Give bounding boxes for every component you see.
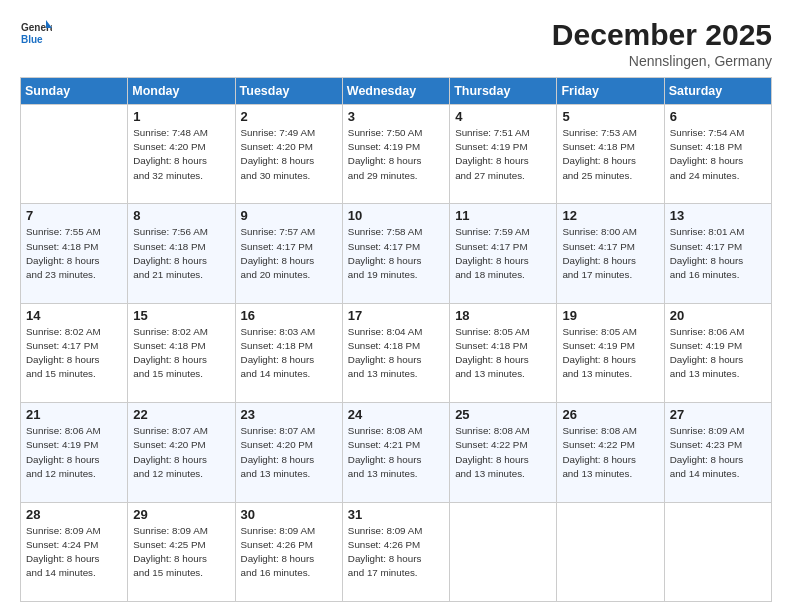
calendar-cell: 17Sunrise: 8:04 AMSunset: 4:18 PMDayligh…	[342, 303, 449, 402]
calendar-cell	[450, 502, 557, 601]
day-number: 11	[455, 208, 551, 223]
page: General Blue December 2025 Nennslingen, …	[0, 0, 792, 612]
day-number: 30	[241, 507, 337, 522]
day-info: Sunrise: 7:56 AMSunset: 4:18 PMDaylight:…	[133, 225, 229, 282]
col-header-tuesday: Tuesday	[235, 78, 342, 105]
day-number: 10	[348, 208, 444, 223]
week-row-2: 14Sunrise: 8:02 AMSunset: 4:17 PMDayligh…	[21, 303, 772, 402]
day-info: Sunrise: 8:09 AMSunset: 4:26 PMDaylight:…	[241, 524, 337, 581]
day-info: Sunrise: 8:07 AMSunset: 4:20 PMDaylight:…	[241, 424, 337, 481]
day-info: Sunrise: 8:06 AMSunset: 4:19 PMDaylight:…	[670, 325, 766, 382]
day-info: Sunrise: 7:50 AMSunset: 4:19 PMDaylight:…	[348, 126, 444, 183]
day-number: 5	[562, 109, 658, 124]
week-row-3: 21Sunrise: 8:06 AMSunset: 4:19 PMDayligh…	[21, 403, 772, 502]
day-number: 22	[133, 407, 229, 422]
day-info: Sunrise: 8:03 AMSunset: 4:18 PMDaylight:…	[241, 325, 337, 382]
calendar-cell: 12Sunrise: 8:00 AMSunset: 4:17 PMDayligh…	[557, 204, 664, 303]
calendar-cell: 3Sunrise: 7:50 AMSunset: 4:19 PMDaylight…	[342, 105, 449, 204]
calendar-cell: 13Sunrise: 8:01 AMSunset: 4:17 PMDayligh…	[664, 204, 771, 303]
calendar-cell: 9Sunrise: 7:57 AMSunset: 4:17 PMDaylight…	[235, 204, 342, 303]
day-number: 18	[455, 308, 551, 323]
day-number: 20	[670, 308, 766, 323]
calendar-cell: 15Sunrise: 8:02 AMSunset: 4:18 PMDayligh…	[128, 303, 235, 402]
calendar-cell: 31Sunrise: 8:09 AMSunset: 4:26 PMDayligh…	[342, 502, 449, 601]
day-number: 23	[241, 407, 337, 422]
month-title: December 2025	[552, 18, 772, 51]
day-info: Sunrise: 8:09 AMSunset: 4:26 PMDaylight:…	[348, 524, 444, 581]
calendar-cell: 19Sunrise: 8:05 AMSunset: 4:19 PMDayligh…	[557, 303, 664, 402]
day-number: 4	[455, 109, 551, 124]
calendar-cell: 28Sunrise: 8:09 AMSunset: 4:24 PMDayligh…	[21, 502, 128, 601]
day-number: 19	[562, 308, 658, 323]
day-number: 14	[26, 308, 122, 323]
location: Nennslingen, Germany	[552, 53, 772, 69]
col-header-saturday: Saturday	[664, 78, 771, 105]
day-info: Sunrise: 8:09 AMSunset: 4:23 PMDaylight:…	[670, 424, 766, 481]
day-number: 8	[133, 208, 229, 223]
day-number: 17	[348, 308, 444, 323]
calendar-cell: 22Sunrise: 8:07 AMSunset: 4:20 PMDayligh…	[128, 403, 235, 502]
calendar-cell: 30Sunrise: 8:09 AMSunset: 4:26 PMDayligh…	[235, 502, 342, 601]
day-number: 9	[241, 208, 337, 223]
calendar-cell: 5Sunrise: 7:53 AMSunset: 4:18 PMDaylight…	[557, 105, 664, 204]
day-number: 6	[670, 109, 766, 124]
col-header-friday: Friday	[557, 78, 664, 105]
calendar-cell: 27Sunrise: 8:09 AMSunset: 4:23 PMDayligh…	[664, 403, 771, 502]
day-number: 3	[348, 109, 444, 124]
calendar-cell: 16Sunrise: 8:03 AMSunset: 4:18 PMDayligh…	[235, 303, 342, 402]
calendar-cell: 1Sunrise: 7:48 AMSunset: 4:20 PMDaylight…	[128, 105, 235, 204]
calendar-cell: 21Sunrise: 8:06 AMSunset: 4:19 PMDayligh…	[21, 403, 128, 502]
day-number: 26	[562, 407, 658, 422]
calendar-cell: 24Sunrise: 8:08 AMSunset: 4:21 PMDayligh…	[342, 403, 449, 502]
day-info: Sunrise: 7:49 AMSunset: 4:20 PMDaylight:…	[241, 126, 337, 183]
calendar-cell: 2Sunrise: 7:49 AMSunset: 4:20 PMDaylight…	[235, 105, 342, 204]
day-number: 25	[455, 407, 551, 422]
day-info: Sunrise: 8:05 AMSunset: 4:18 PMDaylight:…	[455, 325, 551, 382]
day-info: Sunrise: 7:55 AMSunset: 4:18 PMDaylight:…	[26, 225, 122, 282]
day-number: 21	[26, 407, 122, 422]
day-info: Sunrise: 8:06 AMSunset: 4:19 PMDaylight:…	[26, 424, 122, 481]
calendar-cell	[21, 105, 128, 204]
calendar-cell: 26Sunrise: 8:08 AMSunset: 4:22 PMDayligh…	[557, 403, 664, 502]
calendar-cell: 11Sunrise: 7:59 AMSunset: 4:17 PMDayligh…	[450, 204, 557, 303]
col-header-thursday: Thursday	[450, 78, 557, 105]
day-number: 31	[348, 507, 444, 522]
calendar: SundayMondayTuesdayWednesdayThursdayFrid…	[20, 77, 772, 602]
day-info: Sunrise: 8:05 AMSunset: 4:19 PMDaylight:…	[562, 325, 658, 382]
week-row-0: 1Sunrise: 7:48 AMSunset: 4:20 PMDaylight…	[21, 105, 772, 204]
day-info: Sunrise: 8:09 AMSunset: 4:24 PMDaylight:…	[26, 524, 122, 581]
calendar-cell: 29Sunrise: 8:09 AMSunset: 4:25 PMDayligh…	[128, 502, 235, 601]
day-info: Sunrise: 8:09 AMSunset: 4:25 PMDaylight:…	[133, 524, 229, 581]
day-number: 12	[562, 208, 658, 223]
day-info: Sunrise: 8:08 AMSunset: 4:22 PMDaylight:…	[455, 424, 551, 481]
day-number: 7	[26, 208, 122, 223]
logo-svg: General Blue	[20, 18, 52, 50]
day-info: Sunrise: 8:08 AMSunset: 4:22 PMDaylight:…	[562, 424, 658, 481]
day-info: Sunrise: 7:53 AMSunset: 4:18 PMDaylight:…	[562, 126, 658, 183]
col-header-sunday: Sunday	[21, 78, 128, 105]
calendar-cell: 6Sunrise: 7:54 AMSunset: 4:18 PMDaylight…	[664, 105, 771, 204]
col-header-wednesday: Wednesday	[342, 78, 449, 105]
day-info: Sunrise: 8:02 AMSunset: 4:17 PMDaylight:…	[26, 325, 122, 382]
day-info: Sunrise: 8:02 AMSunset: 4:18 PMDaylight:…	[133, 325, 229, 382]
day-number: 16	[241, 308, 337, 323]
col-header-monday: Monday	[128, 78, 235, 105]
calendar-body: 1Sunrise: 7:48 AMSunset: 4:20 PMDaylight…	[21, 105, 772, 602]
calendar-cell: 18Sunrise: 8:05 AMSunset: 4:18 PMDayligh…	[450, 303, 557, 402]
logo: General Blue	[20, 18, 52, 50]
day-number: 27	[670, 407, 766, 422]
calendar-cell: 7Sunrise: 7:55 AMSunset: 4:18 PMDaylight…	[21, 204, 128, 303]
day-info: Sunrise: 7:54 AMSunset: 4:18 PMDaylight:…	[670, 126, 766, 183]
calendar-cell: 23Sunrise: 8:07 AMSunset: 4:20 PMDayligh…	[235, 403, 342, 502]
calendar-cell: 25Sunrise: 8:08 AMSunset: 4:22 PMDayligh…	[450, 403, 557, 502]
day-info: Sunrise: 7:57 AMSunset: 4:17 PMDaylight:…	[241, 225, 337, 282]
calendar-header: SundayMondayTuesdayWednesdayThursdayFrid…	[21, 78, 772, 105]
day-number: 2	[241, 109, 337, 124]
day-info: Sunrise: 7:48 AMSunset: 4:20 PMDaylight:…	[133, 126, 229, 183]
week-row-4: 28Sunrise: 8:09 AMSunset: 4:24 PMDayligh…	[21, 502, 772, 601]
calendar-cell: 4Sunrise: 7:51 AMSunset: 4:19 PMDaylight…	[450, 105, 557, 204]
day-info: Sunrise: 8:00 AMSunset: 4:17 PMDaylight:…	[562, 225, 658, 282]
calendar-cell	[557, 502, 664, 601]
day-info: Sunrise: 8:01 AMSunset: 4:17 PMDaylight:…	[670, 225, 766, 282]
calendar-cell: 8Sunrise: 7:56 AMSunset: 4:18 PMDaylight…	[128, 204, 235, 303]
